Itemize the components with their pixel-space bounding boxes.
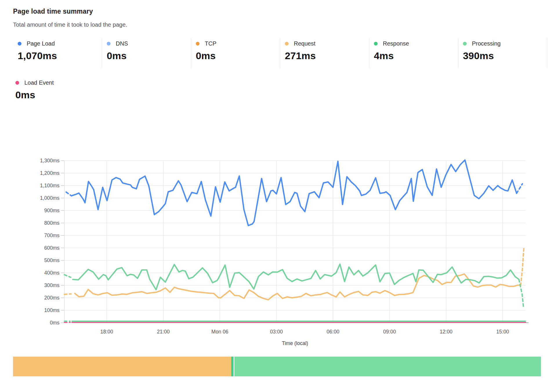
y-axis-label: 500ms [44,257,59,263]
series-page-load-line [71,160,517,226]
stat-label: Processing [472,40,501,47]
page-load-summary-panel: Page load time summary Total amount of t… [0,0,554,392]
response-sliver-segment [231,357,233,376]
x-axis-label: 12:00 [440,329,452,335]
stat-label: Page Load [27,40,55,47]
stat-card-dns[interactable]: DNS 0ms [102,38,191,68]
x-axis-label: 03:00 [270,329,283,335]
y-axis-label: 1,000ms [40,195,59,201]
stat-card-page-load[interactable]: Page Load 1,070ms [13,38,102,68]
stat-value: 0ms [13,89,102,101]
x-axis-title: Time (local) [282,340,308,346]
y-axis-label: 400ms [44,270,59,276]
load-time-distribution-bar [13,357,541,376]
series-request-line [75,274,521,300]
stat-value: 0ms [193,50,280,61]
processing-share-segment[interactable] [234,357,541,376]
stat-card-request[interactable]: Request 271ms [280,38,369,68]
x-axis-label: 09:00 [383,329,396,335]
stat-value: 1,070ms [15,50,102,61]
page-subtitle: Total amount of time it took to load the… [13,21,127,28]
x-axis-label: 06:00 [327,329,339,335]
stat-label: Load Event [24,79,54,86]
stat-value: 0ms [104,50,191,61]
dns-dot-icon [107,42,111,46]
stat-value: 271ms [283,50,369,61]
stat-label: TCP [205,40,216,47]
series-processing-start-dash [64,275,71,277]
y-axis-label: 100ms [44,307,59,313]
series-page-load-start-dash [66,192,71,196]
y-axis-label: 0ms [50,320,59,326]
series-processing-line [73,264,519,290]
processing-dot-icon [463,42,467,46]
y-axis-label: 200ms [44,295,59,301]
y-axis-label: 300ms [44,282,59,288]
request-share-segment[interactable] [13,357,231,376]
stat-card-tcp[interactable]: TCP 0ms [191,38,280,68]
load-event-dot-icon [15,81,19,85]
load-time-chart[interactable]: 0ms100ms200ms300ms400ms500ms600ms700ms80… [0,151,554,352]
series-request-end-dash [521,248,524,286]
stat-card-load-event[interactable]: Load Event 0ms [13,79,102,101]
y-axis-label: 1,300ms [40,158,59,164]
y-axis-label: 600ms [44,245,59,251]
stat-value: 390ms [461,50,547,61]
request-dot-icon [285,42,289,46]
page-title: Page load time summary [13,8,93,15]
stat-card-response[interactable]: Response 4ms [369,38,458,68]
load-time-chart-svg[interactable]: 0ms100ms200ms300ms400ms500ms600ms700ms80… [0,151,554,352]
y-axis-label: 1,100ms [40,183,59,188]
series-request-start-dash [64,294,71,294]
x-axis-label: 18:00 [100,329,113,335]
y-axis-label: 900ms [44,208,59,213]
x-axis-label: Mon 06 [211,329,228,335]
y-axis-label: 800ms [44,220,59,226]
x-axis-label: 21:00 [157,329,170,335]
legend-stats-row: Page Load 1,070ms DNS 0ms TCP 0ms Reques… [13,38,547,68]
tcp-dot-icon [196,42,200,46]
x-axis-label: 15:00 [496,329,509,335]
y-axis-label: 700ms [44,233,59,238]
stat-label: DNS [116,40,128,47]
series-page-load-end-dash [517,184,522,193]
stat-value: 4ms [372,50,458,61]
response-dot-icon [374,42,378,46]
stat-card-processing[interactable]: Processing 390ms [458,38,547,68]
y-axis-label: 1,200ms [40,170,59,176]
page-load-dot-icon [18,42,21,46]
stat-label: Response [383,40,409,47]
stat-label: Request [294,40,316,47]
